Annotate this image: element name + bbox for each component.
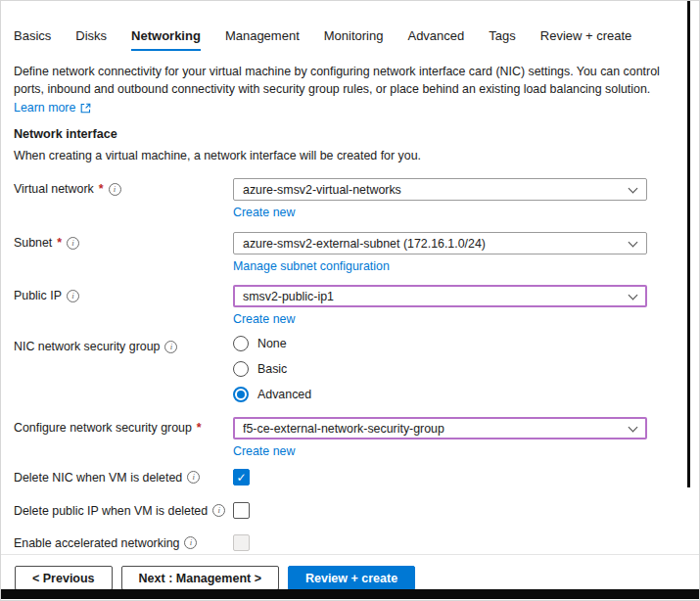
review-create-button[interactable]: Review + create — [288, 566, 415, 590]
subnet-label: Subnet — [14, 236, 52, 250]
virtual-network-value: azure-smsv2-virtual-networks — [243, 183, 401, 197]
configure-nsg-value: f5-ce-external-network-security-group — [243, 422, 444, 436]
chevron-down-icon — [629, 183, 638, 193]
delete-nic-checkbox[interactable]: ✓ — [233, 469, 250, 485]
configure-nsg-label: Configure network security group — [14, 421, 192, 435]
delete-public-ip-checkbox[interactable] — [233, 502, 250, 519]
virtual-network-dropdown[interactable]: azure-smsv2-virtual-networks — [233, 178, 647, 201]
info-icon[interactable]: i — [109, 183, 121, 196]
info-icon[interactable]: i — [67, 237, 79, 250]
accelerated-networking-checkbox — [233, 534, 250, 551]
external-link-icon — [80, 103, 91, 114]
section-heading-network-interface: Network interface — [14, 127, 686, 141]
next-management-button[interactable]: Next : Management > — [121, 566, 279, 590]
public-ip-create-new-link[interactable]: Create new — [233, 312, 295, 326]
chevron-down-icon — [629, 290, 638, 300]
nic-nsg-label-group: NIC network security group i — [14, 336, 233, 353]
virtual-network-create-new-link[interactable]: Create new — [233, 206, 295, 219]
info-icon[interactable]: i — [164, 341, 177, 353]
accelerated-networking-label: Enable accelerated networking — [14, 536, 179, 550]
chevron-down-icon — [629, 422, 638, 432]
delete-public-ip-label: Delete public IP when VM is deleted — [14, 504, 208, 518]
info-icon[interactable]: i — [67, 290, 79, 302]
delete-nic-label: Delete NIC when VM is deleted — [14, 471, 182, 485]
tab-networking[interactable]: Networking — [131, 28, 201, 51]
public-ip-label: Public IP — [14, 289, 62, 302]
nic-nsg-option-none[interactable]: None — [233, 336, 686, 351]
tab-management[interactable]: Management — [225, 28, 300, 51]
radio-unselected-icon — [233, 361, 249, 377]
public-ip-value: smsv2-public-ip1 — [243, 290, 334, 303]
tab-advanced[interactable]: Advanced — [407, 28, 464, 51]
field-row-public-ip: Public IP i smsv2-public-ip1 Create new — [14, 285, 686, 327]
public-ip-label-group: Public IP i — [14, 285, 233, 302]
nic-nsg-option-basic-label: Basic — [257, 362, 287, 376]
tab-review-create[interactable]: Review + create — [540, 28, 632, 51]
field-row-delete-public-ip: Delete public IP when VM is deleted i — [14, 502, 686, 519]
nic-nsg-option-advanced-label: Advanced — [257, 388, 311, 401]
tab-tags[interactable]: Tags — [489, 28, 515, 51]
configure-nsg-create-new-link[interactable]: Create new — [233, 444, 295, 458]
field-row-configure-nsg: Configure network security group * f5-ce… — [14, 417, 686, 459]
field-row-nic-nsg: NIC network security group i None Basic … — [14, 336, 686, 412]
learn-more-link[interactable]: Learn more — [14, 101, 91, 115]
nic-nsg-radio-group: None Basic Advanced — [233, 336, 686, 412]
check-icon: ✓ — [236, 472, 246, 484]
footer-divider — [1, 554, 699, 555]
window-bottom-edge — [1, 589, 699, 599]
delete-public-ip-label-group: Delete public IP when VM is deleted i — [14, 504, 233, 518]
info-icon[interactable]: i — [184, 536, 197, 549]
public-ip-dropdown[interactable]: smsv2-public-ip1 — [233, 285, 647, 307]
configure-nsg-label-group: Configure network security group * — [14, 417, 233, 435]
previous-button[interactable]: < Previous — [15, 566, 113, 590]
chevron-down-icon — [629, 237, 638, 247]
info-icon[interactable]: i — [212, 504, 225, 517]
wizard-footer: < Previous Next : Management > Review + … — [15, 566, 415, 590]
tab-basics[interactable]: Basics — [14, 28, 51, 51]
delete-nic-label-group: Delete NIC when VM is deleted i — [14, 471, 233, 485]
field-row-subnet: Subnet * i azure-smsv2-external-subnet (… — [14, 232, 686, 274]
field-row-virtual-network: Virtual network * i azure-smsv2-virtual-… — [14, 178, 686, 220]
networking-description: Define network connectivity for your vir… — [14, 63, 664, 98]
nic-nsg-option-none-label: None — [257, 337, 287, 350]
required-marker: * — [197, 421, 202, 435]
virtual-network-label: Virtual network — [14, 182, 94, 196]
nic-nsg-label: NIC network security group — [14, 340, 160, 353]
nic-nsg-option-basic[interactable]: Basic — [233, 361, 686, 377]
tab-disks[interactable]: Disks — [75, 28, 107, 51]
nic-nsg-option-advanced[interactable]: Advanced — [233, 387, 686, 402]
radio-unselected-icon — [233, 336, 249, 351]
virtual-network-label-group: Virtual network * i — [14, 178, 233, 196]
field-row-accelerated-networking: Enable accelerated networking i — [14, 534, 686, 551]
required-marker: * — [99, 182, 104, 196]
tab-monitoring[interactable]: Monitoring — [324, 28, 384, 51]
subnet-label-group: Subnet * i — [14, 232, 233, 250]
manage-subnet-configuration-link[interactable]: Manage subnet configuration — [233, 259, 390, 273]
accelerated-networking-label-group: Enable accelerated networking i — [14, 536, 233, 550]
subnet-value: azure-smsv2-external-subnet (172.16.1.0/… — [243, 237, 486, 251]
radio-selected-icon — [233, 387, 249, 402]
learn-more-label: Learn more — [14, 101, 75, 115]
window-right-edge — [687, 1, 690, 487]
field-row-delete-nic: Delete NIC when VM is deleted i ✓ — [14, 469, 686, 485]
vm-create-networking-panel: Basics Disks Networking Management Monit… — [0, 0, 700, 601]
required-marker: * — [57, 236, 62, 250]
section-subtext: When creating a virtual machine, a netwo… — [14, 149, 686, 162]
subnet-dropdown[interactable]: azure-smsv2-external-subnet (172.16.1.0/… — [233, 232, 647, 254]
configure-nsg-dropdown[interactable]: f5-ce-external-network-security-group — [233, 417, 647, 439]
info-icon[interactable]: i — [187, 471, 200, 484]
wizard-tabs: Basics Disks Networking Management Monit… — [14, 1, 686, 51]
